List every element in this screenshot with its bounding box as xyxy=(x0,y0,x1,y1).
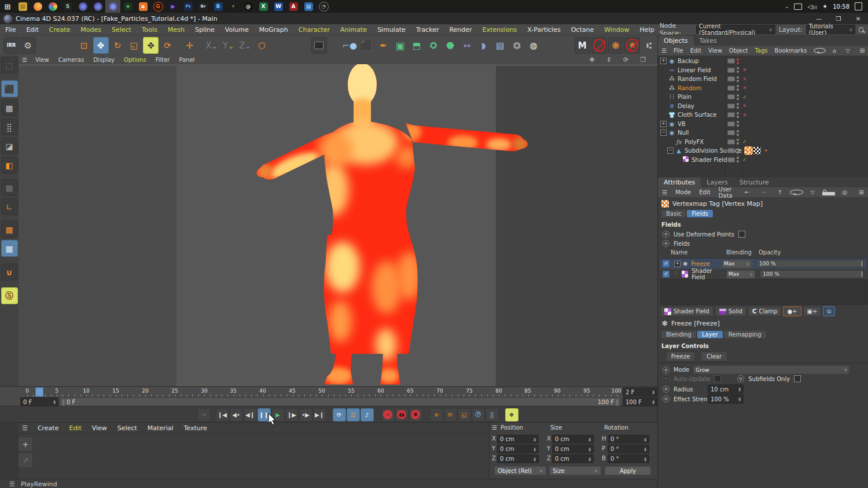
pos-y-input[interactable]: 0 cm▲▼ xyxy=(497,445,539,453)
goto-next-frame-button[interactable]: ❙▶ xyxy=(285,408,299,422)
taskbar-app-b[interactable]: B xyxy=(211,0,226,13)
y-axis-lock-button[interactable]: Y⌄ xyxy=(220,37,236,54)
editor-visibility-dot[interactable] xyxy=(737,112,739,114)
enable-toggle[interactable]: ✓ xyxy=(742,157,748,162)
tab-layer[interactable]: Layer xyxy=(697,331,723,338)
octane-button[interactable]: ❋ xyxy=(608,37,624,54)
coord-mode-select[interactable]: Object (Rel)∨ xyxy=(494,466,546,475)
om-menu-bookmarks[interactable]: Bookmarks xyxy=(771,47,811,54)
enable-toggle[interactable]: ✕ xyxy=(742,67,748,73)
viewport-maximize-icon[interactable]: ❐ xyxy=(635,56,650,64)
taskbar-app-excel[interactable]: X xyxy=(256,0,271,13)
layer-color-box[interactable] xyxy=(727,130,735,135)
live-selection-tool-button[interactable]: ✥ xyxy=(143,37,159,54)
om-filter-icon[interactable]: ▽ xyxy=(843,48,854,54)
pos-z-input[interactable]: 0 cm▲▼ xyxy=(497,454,539,463)
viewport-zoom-icon[interactable]: ⇕ xyxy=(602,56,616,64)
status-menu-icon[interactable]: ☰ xyxy=(0,480,21,488)
editor-visibility-dot[interactable] xyxy=(737,58,739,61)
key-scale-button[interactable]: ◱ xyxy=(458,408,471,422)
edge-mode-button[interactable]: ◪ xyxy=(1,138,18,154)
play-button[interactable]: ▶ xyxy=(271,408,285,422)
tab-fields[interactable]: Fields xyxy=(687,210,712,217)
coords-panel-menu-icon[interactable]: ☰ xyxy=(490,424,501,431)
menu-tracker[interactable]: Tracker xyxy=(411,26,444,34)
taskbar-app-lightning[interactable]: ⚡ xyxy=(226,0,241,13)
render-visibility-dot[interactable] xyxy=(737,116,739,118)
size-y-input[interactable]: 0 cm▲▼ xyxy=(552,445,594,453)
render-visibility-dot[interactable] xyxy=(737,124,739,127)
render-visibility-dot[interactable] xyxy=(737,80,739,82)
clock-time[interactable]: 10:58 xyxy=(833,3,849,10)
am-back-icon[interactable]: ← xyxy=(740,189,753,195)
vp-menu-cameras[interactable]: Cameras xyxy=(54,57,89,63)
viewport-rotate-icon[interactable]: ⟳ xyxy=(619,56,633,64)
keying-settings-button[interactable]: ✱ xyxy=(409,408,422,422)
tab-basic[interactable]: Basic xyxy=(661,210,686,217)
param-circle-icon[interactable] xyxy=(663,231,670,238)
clear-action-button[interactable]: Clear xyxy=(701,352,727,361)
keyframe-track-button[interactable]: ☰ xyxy=(347,408,360,422)
taskbar-app-3[interactable]: ▪ xyxy=(120,0,135,13)
goto-next-key-button[interactable]: •▶ xyxy=(299,408,312,422)
param-circle-icon[interactable] xyxy=(663,395,670,402)
render-visibility-dot[interactable] xyxy=(737,142,739,145)
primitive-cube-menu-button[interactable]: ⬛ xyxy=(359,37,374,54)
workplane-button[interactable]: ▦ xyxy=(1,221,18,238)
vp-menu-view[interactable]: View xyxy=(31,57,54,63)
record-keyframe-button[interactable]: ⤳ xyxy=(197,408,211,422)
disable-render-button[interactable] xyxy=(591,37,607,54)
mm-menu-material[interactable]: Material xyxy=(142,424,179,432)
field-link-button[interactable]: ⧉ xyxy=(823,306,835,316)
menu-mesh[interactable]: Mesh xyxy=(163,26,190,34)
use-deformed-points-checkbox[interactable] xyxy=(738,231,745,238)
mm-menu-create[interactable]: Create xyxy=(32,424,64,432)
range-end-spinner[interactable]: 100 F▲▼ xyxy=(623,397,657,406)
tree-row-random-field[interactable]: ⁂ Random Field ✕ xyxy=(658,75,868,84)
tab-blending[interactable]: Blending xyxy=(661,331,696,338)
key-parameter-button[interactable]: Ⓟ xyxy=(472,408,485,422)
texture-mode-button[interactable]: ▩ xyxy=(1,99,18,116)
expand-icon[interactable]: + xyxy=(674,261,681,267)
om-menu-object[interactable]: Object xyxy=(726,47,752,54)
viewport-panel[interactable]: ☰ View Cameras Display Options Filter Pa… xyxy=(19,56,657,386)
param-circle-icon[interactable] xyxy=(663,240,670,247)
menu-modes[interactable]: Modes xyxy=(75,26,106,34)
vertexmap-tag-icon[interactable] xyxy=(745,147,752,154)
radius-input[interactable]: 10 cm▲▼ xyxy=(708,385,744,394)
expand-icon[interactable]: + xyxy=(660,121,667,127)
octane-disable-button[interactable]: ❋ xyxy=(624,37,640,54)
material-link-button[interactable]: ↗ xyxy=(18,453,33,468)
shaderfield-opacity-bar[interactable]: 100 % xyxy=(760,270,864,278)
z-axis-lock-button[interactable]: Z⌄ xyxy=(237,37,253,54)
auto-update-checkbox[interactable] xyxy=(714,375,721,382)
layout-select[interactable]: Tutorials (User)∨ xyxy=(806,25,855,34)
preview-range-bar[interactable]: ‖ 0 F 100 F ‖ xyxy=(60,397,621,406)
menu-spline[interactable]: Spline xyxy=(190,26,220,34)
material-manager-handle[interactable] xyxy=(0,423,18,479)
range-left-handle[interactable]: ‖ xyxy=(60,399,67,405)
shaderfield-blending-select[interactable]: Max∨ xyxy=(726,270,755,279)
am-new-window-icon[interactable]: ⊞ xyxy=(855,189,867,195)
layer-color-box[interactable] xyxy=(727,148,735,153)
vp-menu-display[interactable]: Display xyxy=(89,57,119,63)
editor-visibility-dot[interactable] xyxy=(737,157,739,159)
layer-color-box[interactable] xyxy=(727,139,735,145)
tree-row-null[interactable]: − ◉ Null xyxy=(658,128,868,138)
menu-xparticles[interactable]: X-Particles xyxy=(522,26,565,34)
layer-color-box[interactable] xyxy=(727,86,735,91)
collapse-icon[interactable]: − xyxy=(660,130,667,136)
apply-button[interactable]: Apply xyxy=(605,466,651,475)
render-visibility-dot[interactable] xyxy=(737,134,739,136)
layer-color-box[interactable] xyxy=(727,103,735,109)
tab-structure[interactable]: Structure xyxy=(734,178,775,187)
editor-visibility-dot[interactable] xyxy=(737,148,739,150)
floor-menu-button[interactable]: ▤ xyxy=(492,37,508,54)
menu-simulate[interactable]: Simulate xyxy=(372,26,411,34)
size-x-input[interactable]: 0 cm▲▼ xyxy=(552,435,594,443)
tab-attributes[interactable]: Attributes xyxy=(658,178,701,187)
menu-create[interactable]: Create xyxy=(44,26,76,34)
field-enabled-checkbox[interactable]: ✓ xyxy=(663,271,670,278)
layer-color-box[interactable] xyxy=(727,68,735,73)
taskbar-app-clock[interactable]: ◔ xyxy=(316,0,331,13)
